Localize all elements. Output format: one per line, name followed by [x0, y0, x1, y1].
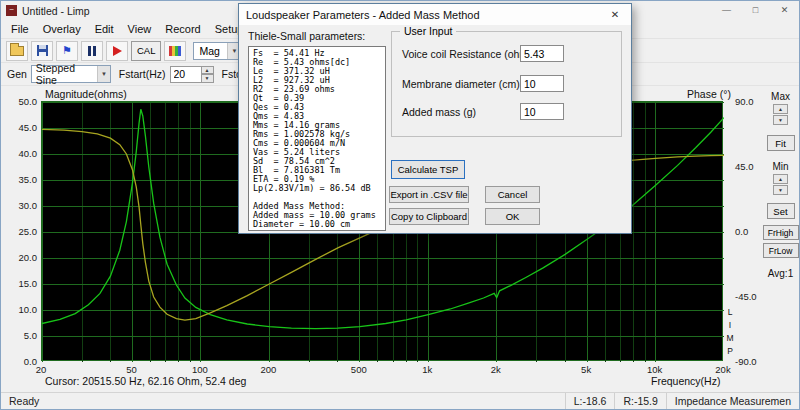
freq-tick-label: 1k [422, 364, 432, 375]
ok-button[interactable]: OK [485, 208, 540, 225]
status-mode: Impedance Measuremen [666, 393, 799, 409]
menu-view[interactable]: View [121, 21, 159, 37]
user-input-legend: User Input [400, 25, 456, 37]
menu-file[interactable]: File [4, 21, 36, 37]
freq-tick-label: 500 [351, 364, 367, 375]
frlow-button[interactable]: FrLow [763, 243, 799, 258]
tsp-dialog: Loudspeaker Parameters - Added Mass Meth… [238, 3, 632, 234]
phase-tick-label: -45.0 [735, 291, 757, 302]
cancel-button[interactable]: Cancel [485, 186, 540, 203]
magnitude-tick-label: 5.0 [5, 330, 37, 341]
fstart-up-button[interactable]: ▲ [202, 66, 214, 75]
fstart-spin-buttons: ▲ ▼ [202, 66, 214, 83]
membrane-diameter-input[interactable] [520, 75, 564, 92]
freq-tick-label: 2k [491, 364, 501, 375]
menu-record[interactable]: Record [158, 21, 207, 37]
minimize-button[interactable]: — [712, 1, 741, 20]
limp-logo-vertical: LIMP [725, 307, 735, 359]
max-label: Max [771, 91, 790, 103]
generator-type-value: Stepped Sine [36, 62, 97, 86]
freq-tick-label: 5k [581, 364, 591, 375]
max-up-button[interactable]: ▲ [773, 104, 788, 114]
membrane-diameter-label: Membrane diameter (cm) [402, 78, 520, 90]
magnitude-tick-label: 30.0 [5, 200, 37, 211]
frequency-axis-title: Frequency(Hz) [651, 375, 720, 387]
dialog-close-button[interactable]: ✕ [599, 4, 631, 25]
copy-clipboard-button[interactable]: Copy to Clipboard [389, 208, 469, 225]
magnitude-tick-label: 50.0 [5, 96, 37, 107]
fstart-spinner: ▲ ▼ [170, 66, 214, 83]
chevron-down-icon: ▼ [97, 66, 110, 82]
status-right-cells: L:-18.6 R:-15.9 Impedance Measuremen [565, 393, 799, 409]
window-title: Untitled - Limp [22, 5, 90, 17]
export-csv-button[interactable]: Export in .CSV file [389, 186, 469, 203]
close-button[interactable]: ✕ [770, 1, 799, 20]
magnitude-tick-label: 15.0 [5, 278, 37, 289]
status-bar: Ready L:-18.6 R:-15.9 Impedance Measurem… [1, 392, 799, 409]
fstart-label: Fstart(Hz) [119, 68, 166, 80]
magnitude-tick-label: 25.0 [5, 226, 37, 237]
limp-window: ~ Untitled - Limp — □ ✕ File Overlay Edi… [0, 0, 800, 410]
fstart-down-button[interactable]: ▼ [202, 74, 214, 83]
tsp-parameters-list: Fs = 54.41 Hz Re = 5.43 ohms[dc] Le = 37… [248, 46, 386, 231]
pause-icon [88, 46, 96, 56]
voice-coil-resistance-input[interactable] [520, 45, 564, 62]
cal-button[interactable]: CAL [131, 41, 161, 61]
min-up-button[interactable]: ▲ [773, 174, 788, 184]
status-right-level: R:-15.9 [614, 393, 665, 409]
save-disk-icon [37, 45, 48, 56]
magnitude-axis-title: Magnitude(ohms) [45, 88, 127, 100]
status-ready: Ready [1, 395, 39, 407]
pause-button[interactable] [81, 41, 103, 61]
min-down-button[interactable]: ▼ [773, 185, 788, 195]
freq-tick-label: 200 [260, 364, 276, 375]
mag-selector[interactable]: Mag ▼ [193, 42, 241, 60]
fit-button[interactable]: Fit [767, 135, 795, 151]
tsp-dialog-titlebar[interactable]: Loudspeaker Parameters - Added Mass Meth… [239, 4, 631, 25]
freq-tick-label: 50 [126, 364, 137, 375]
menu-overlay[interactable]: Overlay [36, 21, 88, 37]
magnitude-tick-label: 10.0 [5, 304, 37, 315]
magnitude-tick-label: 40.0 [5, 148, 37, 159]
menu-edit[interactable]: Edit [88, 21, 121, 37]
min-label: Min [772, 161, 788, 173]
added-mass-input[interactable] [520, 103, 564, 120]
voice-coil-resistance-label: Voice coil Resistance (ohms) [402, 48, 537, 60]
generator-type-select[interactable]: Stepped Sine ▼ [31, 65, 111, 83]
phase-tick-label: 90.0 [735, 96, 754, 107]
flag-icon: ⚑ [62, 45, 72, 56]
phase-tick-label: -90.0 [735, 356, 757, 367]
freq-tick-label: 10k [647, 364, 662, 375]
tsp-parameters-label: Thiele-Small parameters: [248, 30, 365, 42]
phase-axis-title: Phase (°) [687, 88, 731, 100]
status-left-level: L:-18.6 [565, 393, 615, 409]
cursor-readout: Cursor: 20515.50 Hz, 62.16 Ohm, 52.4 deg [45, 375, 246, 387]
fstart-input[interactable] [170, 66, 202, 83]
added-mass-label: Added mass (g) [402, 106, 476, 118]
maximize-button[interactable]: □ [741, 1, 770, 20]
gen-label: Gen [7, 68, 27, 80]
window-controls: — □ ✕ [712, 1, 799, 20]
phase-tick-label: 45.0 [735, 161, 754, 172]
magnitude-tick-label: 0.0 [5, 356, 37, 367]
frhigh-button[interactable]: FrHigh [763, 225, 799, 240]
calculate-tsp-button[interactable]: Calculate TSP [391, 160, 465, 179]
magnitude-tick-label: 35.0 [5, 174, 37, 185]
max-down-button[interactable]: ▼ [773, 115, 788, 125]
mag-label: Mag [199, 45, 219, 57]
magnitude-tick-label: 20.0 [5, 252, 37, 263]
freq-tick-label: 20k [715, 364, 730, 375]
overlay-button[interactable]: ⚑ [56, 41, 78, 61]
tsp-dialog-body: Thiele-Small parameters: Fs = 54.41 Hz R… [239, 25, 631, 233]
user-input-groupbox: User Input Voice coil Resistance (ohms) … [391, 31, 622, 137]
magnitude-tick-label: 45.0 [5, 122, 37, 133]
save-file-button[interactable] [31, 41, 53, 61]
freq-tick-label: 20 [36, 364, 47, 375]
open-file-button[interactable] [6, 41, 28, 61]
spectrum-icon [169, 46, 181, 56]
app-icon: ~ [6, 5, 17, 16]
record-button[interactable] [106, 41, 128, 61]
set-button[interactable]: Set [767, 203, 795, 219]
tsp-dialog-title: Loudspeaker Parameters - Added Mass Meth… [246, 9, 480, 21]
spectrum-button[interactable] [164, 41, 186, 61]
